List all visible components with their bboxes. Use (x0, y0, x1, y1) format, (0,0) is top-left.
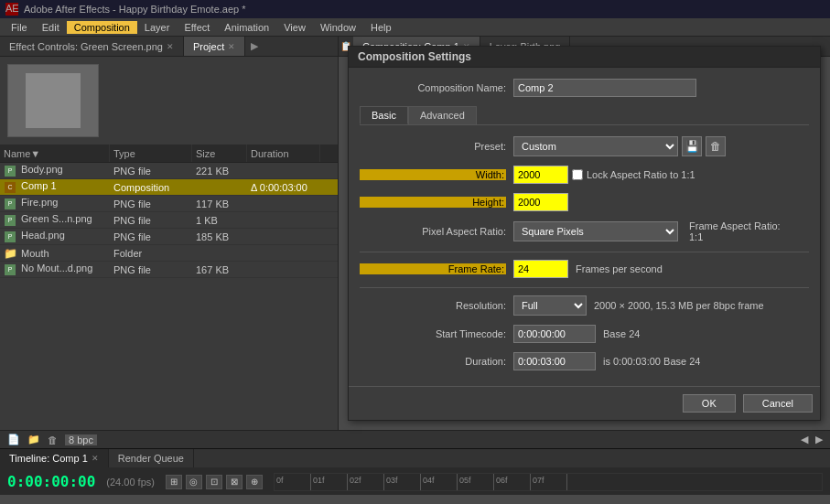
tab-timeline-comp1[interactable]: Timeline: Comp 1 ✕ (0, 449, 109, 467)
tab-scroll-right[interactable]: ▶ (245, 37, 264, 56)
file-type-nomout: PNG file (110, 264, 192, 275)
tl-btn-3[interactable]: ⊡ (206, 475, 222, 489)
col-size-label: Size (196, 148, 215, 159)
title-bar: AE Adobe After Effects - Happy Birthday … (0, 0, 830, 18)
file-name-fire: P Fire.png (0, 197, 110, 210)
timeline-comp1-label: Timeline: Comp 1 (9, 453, 88, 464)
bpc-badge: 8 bpc (65, 434, 97, 445)
menu-layer[interactable]: Layer (137, 21, 178, 34)
menu-composition[interactable]: Composition (67, 21, 137, 34)
fps-label: (24.00 fps) (106, 477, 155, 488)
preview-thumbnail (26, 73, 81, 128)
file-icon-nomout: P (4, 263, 16, 276)
resolution-label: Resolution: (360, 300, 506, 311)
divider1 (360, 252, 809, 252)
preset-row: Preset: Custom HDTV 1080 29.97 HDTV 720 … (360, 136, 809, 156)
folder-btn[interactable]: 📁 (27, 434, 40, 445)
resolution-row: Resolution: Full Half Quarter 2000 × 200… (360, 295, 809, 316)
width-label: Width: (360, 169, 506, 180)
file-duration-comp1: Δ 0:00:03:00 (247, 182, 320, 193)
framerate-input[interactable] (513, 260, 568, 278)
cancel-button[interactable]: Cancel (743, 394, 813, 413)
col-name-sort: ▼ (30, 148, 40, 159)
file-type-comp1: Composition (110, 182, 192, 193)
par-label: Pixel Aspect Ratio: (360, 226, 506, 237)
menu-effect[interactable]: Effect (177, 21, 217, 34)
menu-help[interactable]: Help (363, 21, 399, 34)
dialog-tab-basic[interactable]: Basic (360, 106, 408, 124)
file-list: P Body.png PNG file 221 KB C Comp 1 Comp… (0, 163, 338, 430)
file-size-head: 185 KB (192, 231, 247, 242)
file-type-mouth: Folder (110, 248, 192, 259)
lock-aspect-checkbox[interactable] (572, 169, 583, 180)
file-row-mouth[interactable]: 📁 Mouth Folder (0, 245, 338, 262)
duration-input[interactable] (513, 352, 596, 370)
menu-animation[interactable]: Animation (217, 21, 276, 34)
duration-label: Duration: (360, 356, 506, 367)
tl-btn-2[interactable]: ◎ (186, 475, 202, 489)
tab-project[interactable]: Project ✕ (184, 37, 245, 56)
par-row: Pixel Aspect Ratio: Square Pixels D1/DV … (360, 220, 809, 242)
tab-effect-controls-close[interactable]: ✕ (167, 42, 174, 51)
comp-name-row: Composition Name: (360, 79, 809, 97)
file-size-body: 221 KB (192, 166, 247, 177)
height-label: Height: (360, 197, 506, 208)
file-row-nomout[interactable]: P No Mout...d.png PNG file 167 KB (0, 262, 338, 278)
dialog-body: Composition Name: Basic Advanced Preset:… (349, 68, 820, 386)
file-size-fire: 117 KB (192, 198, 247, 209)
frame-aspect-label: Frame Aspect Ratio: (689, 220, 781, 231)
file-row-green[interactable]: P Green S...n.png PNG file 1 KB (0, 212, 338, 229)
tab-effect-controls[interactable]: Effect Controls: Green Screen.png ✕ (0, 37, 184, 56)
left-tabs: Effect Controls: Green Screen.png ✕ Proj… (0, 37, 338, 57)
col-header-size[interactable]: Size (192, 145, 247, 162)
preset-select[interactable]: Custom HDTV 1080 29.97 HDTV 720 29.97 (513, 136, 678, 156)
menu-window[interactable]: Window (313, 21, 363, 34)
menu-file[interactable]: File (4, 21, 35, 34)
dialog-footer: OK Cancel (349, 386, 820, 420)
dialog-tab-advanced[interactable]: Advanced (408, 106, 477, 124)
preset-save-btn[interactable]: 💾 (682, 136, 702, 156)
timeline-comp1-close[interactable]: ✕ (92, 454, 99, 463)
file-type-fire: PNG file (110, 198, 192, 209)
width-input[interactable] (513, 166, 568, 184)
bottom-bar: 📄 📁 🗑 8 bpc ◀ ▶ (0, 430, 830, 448)
trash-btn[interactable]: 🗑 (48, 434, 58, 445)
file-row-body[interactable]: P Body.png PNG file 221 KB (0, 163, 338, 179)
file-row-head[interactable]: P Head.png PNG file 185 KB (0, 229, 338, 245)
new-item-btn[interactable]: 📄 (7, 434, 20, 445)
ok-button[interactable]: OK (683, 394, 736, 413)
col-name-label: Name (4, 148, 30, 159)
menu-view[interactable]: View (276, 21, 313, 34)
col-header-name[interactable]: Name ▼ (0, 145, 110, 162)
preset-controls: Custom HDTV 1080 29.97 HDTV 720 29.97 💾 … (513, 136, 726, 156)
width-row: Width: Lock Aspect Ratio to 1:1 (360, 166, 809, 184)
next-frame-btn[interactable]: ▶ (815, 434, 823, 445)
ruler-marks: 0f 01f 02f 03f 04f 05f 06f 07f (275, 474, 567, 490)
par-select[interactable]: Square Pixels D1/DV NTSC (513, 221, 678, 241)
file-icon-green: P (4, 214, 16, 227)
timeline-section: Timeline: Comp 1 ✕ Render Queue 0:00:00:… (0, 448, 830, 495)
tab-project-close[interactable]: ✕ (228, 42, 235, 51)
col-header-duration[interactable]: Duration (247, 145, 320, 162)
tab-render-queue[interactable]: Render Queue (109, 449, 194, 467)
tl-btn-5[interactable]: ⊕ (246, 475, 263, 489)
file-name-head: P Head.png (0, 230, 110, 243)
file-name-green: P Green S...n.png (0, 213, 110, 227)
start-timecode-label: Start Timecode: (360, 328, 506, 339)
tl-btn-4[interactable]: ⊠ (226, 475, 243, 489)
dialog-tabs: Basic Advanced (360, 106, 809, 125)
comp-name-label: Composition Name: (360, 82, 506, 93)
start-timecode-input[interactable] (513, 325, 596, 343)
col-header-type[interactable]: Type (110, 145, 192, 162)
file-row-comp1[interactable]: C Comp 1 Composition Δ 0:00:03:00 (0, 179, 338, 196)
right-panel: 📋 Composition: Comp 1 ✕ Layer: Birth.png… (339, 37, 830, 430)
preset-delete-btn[interactable]: 🗑 (706, 136, 726, 156)
file-name-body: P Body.png (0, 164, 110, 177)
prev-frame-btn[interactable]: ◀ (801, 434, 808, 445)
height-input[interactable] (513, 193, 568, 211)
tl-btn-1[interactable]: ⊞ (166, 475, 182, 489)
menu-edit[interactable]: Edit (35, 21, 67, 34)
comp-name-input[interactable] (513, 79, 696, 97)
file-row-fire[interactable]: P Fire.png PNG file 117 KB (0, 196, 338, 212)
resolution-select[interactable]: Full Half Quarter (513, 295, 587, 316)
